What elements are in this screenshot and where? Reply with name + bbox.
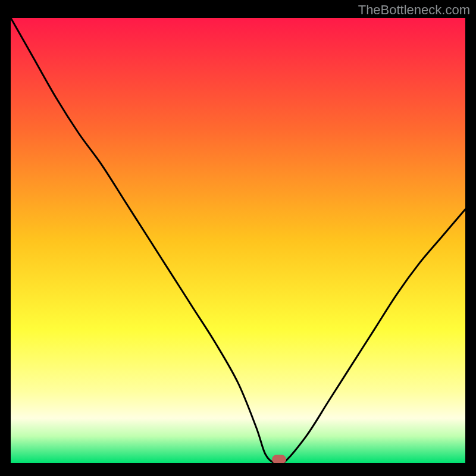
chart-frame: TheBottleneck.com (0, 0, 476, 476)
watermark-text: TheBottleneck.com (358, 2, 470, 18)
bottleneck-curve (11, 18, 465, 463)
optimal-point-marker (272, 455, 286, 464)
plot-area (11, 18, 465, 463)
